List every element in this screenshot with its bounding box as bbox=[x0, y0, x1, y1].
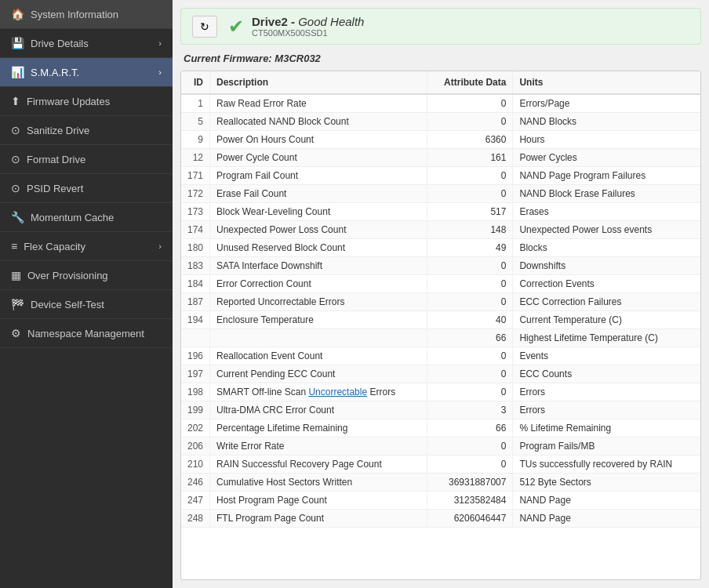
cell-description: Current Pending ECC Count bbox=[210, 365, 427, 383]
over-provisioning-icon: ▦ bbox=[11, 269, 21, 281]
drive-info: Drive2 - Good Health CT500MX500SSD1 bbox=[252, 15, 364, 38]
drive-details-icon: 💾 bbox=[11, 37, 24, 49]
cell-id: 248 bbox=[181, 510, 210, 528]
smart-table-container: ID Description Attribute Data Units 1Raw… bbox=[180, 71, 701, 580]
psid-revert-icon: ⊙ bbox=[11, 182, 20, 194]
cell-description: Write Error Rate bbox=[210, 437, 427, 456]
sidebar-item-device-self-test[interactable]: 🏁Device Self-Test bbox=[0, 290, 173, 319]
cell-attribute-data: 0 bbox=[427, 437, 513, 456]
table-row: 171Program Fail Count0NAND Page Program … bbox=[181, 167, 700, 185]
refresh-icon: ↻ bbox=[200, 20, 209, 33]
cell-attribute-data: 0 bbox=[427, 275, 513, 293]
cell-description-link[interactable]: Uncorrectable bbox=[308, 387, 367, 397]
table-row: 172Erase Fail Count0NAND Block Erase Fai… bbox=[181, 185, 700, 203]
table-row: 174Unexpected Power Loss Count148Unexpec… bbox=[181, 221, 700, 239]
format-drive-icon: ⊙ bbox=[11, 153, 20, 165]
cell-units: Power Cycles bbox=[513, 149, 700, 167]
table-row: 66Highest Lifetime Temperature (C) bbox=[181, 329, 700, 347]
cell-attribute-data: 6360 bbox=[427, 131, 513, 149]
sidebar-item-namespace-management[interactable]: ⚙Namespace Management bbox=[0, 319, 173, 348]
table-row: 199Ultra-DMA CRC Error Count3Errors bbox=[181, 401, 700, 419]
cell-attribute-data: 0 bbox=[427, 293, 513, 311]
table-row: 5Reallocated NAND Block Count0NAND Block… bbox=[181, 113, 700, 131]
refresh-button[interactable]: ↻ bbox=[192, 16, 217, 38]
cell-units: NAND Page Program Failures bbox=[513, 167, 700, 185]
cell-id: 196 bbox=[181, 347, 210, 365]
cell-description: Unexpected Power Loss Count bbox=[210, 221, 427, 239]
cell-units: Errors bbox=[513, 383, 700, 401]
cell-units: Events bbox=[513, 347, 700, 365]
cell-description: Cumulative Host Sectors Written bbox=[210, 474, 427, 492]
table-row: 247Host Program Page Count3123582484NAND… bbox=[181, 492, 700, 510]
cell-units: Correction Events bbox=[513, 275, 700, 293]
sidebar-item-label-drive-details: Drive Details bbox=[31, 38, 89, 49]
health-check-icon: ✔ bbox=[228, 16, 244, 38]
cell-description: Block Wear-Leveling Count bbox=[210, 203, 427, 221]
cell-attribute-data: 148 bbox=[427, 221, 513, 239]
sidebar-item-flex-capacity[interactable]: ≡Flex Capacity› bbox=[0, 232, 173, 261]
sidebar-item-momentum-cache[interactable]: 🔧Momentum Cache bbox=[0, 203, 173, 232]
sidebar-item-sanitize-drive[interactable]: ⊙Sanitize Drive bbox=[0, 116, 173, 145]
cell-description: Ultra-DMA CRC Error Count bbox=[210, 401, 427, 419]
table-row: 202Percentage Lifetime Remaining66% Life… bbox=[181, 419, 700, 437]
table-row: 184Error Correction Count0Correction Eve… bbox=[181, 275, 700, 293]
cell-attribute-data: 3 bbox=[427, 401, 513, 419]
cell-units: Downshifts bbox=[513, 257, 700, 275]
system-information-icon: 🏠 bbox=[11, 8, 24, 20]
sidebar-item-format-drive[interactable]: ⊙Format Drive bbox=[0, 145, 173, 174]
table-header-row: ID Description Attribute Data Units bbox=[181, 71, 700, 94]
cell-units: TUs successfully recovered by RAIN bbox=[513, 456, 700, 474]
cell-id: 174 bbox=[181, 221, 210, 239]
table-row: 173Block Wear-Leveling Count517Erases bbox=[181, 203, 700, 221]
cell-units: NAND Page bbox=[513, 510, 700, 528]
cell-units: NAND Blocks bbox=[513, 113, 700, 131]
sidebar-item-firmware-updates[interactable]: ⬆Firmware Updates bbox=[0, 87, 173, 116]
cell-attribute-data: 161 bbox=[427, 149, 513, 167]
sidebar-item-system-information[interactable]: 🏠System Information bbox=[0, 0, 173, 29]
firmware-updates-icon: ⬆ bbox=[11, 95, 20, 107]
cell-id: 9 bbox=[181, 131, 210, 149]
table-row: 1Raw Read Error Rate0Errors/Page bbox=[181, 94, 700, 113]
sidebar-item-label-flex-capacity: Flex Capacity bbox=[24, 241, 85, 252]
cell-description: Power On Hours Count bbox=[210, 131, 427, 149]
cell-units: Erases bbox=[513, 203, 700, 221]
sidebar-item-label-device-self-test: Device Self-Test bbox=[31, 299, 104, 310]
cell-id: 187 bbox=[181, 293, 210, 311]
cell-description: Power Cycle Count bbox=[210, 149, 427, 167]
cell-id: 206 bbox=[181, 437, 210, 456]
table-row: 12Power Cycle Count161Power Cycles bbox=[181, 149, 700, 167]
cell-description: Unused Reserved Block Count bbox=[210, 239, 427, 257]
cell-attribute-data: 36931887007 bbox=[427, 474, 513, 492]
sidebar-item-drive-details[interactable]: 💾Drive Details› bbox=[0, 29, 173, 58]
cell-id: 202 bbox=[181, 419, 210, 437]
cell-units: NAND Block Erase Failures bbox=[513, 185, 700, 203]
drive-name: Drive2 - Good Health bbox=[252, 15, 364, 28]
cell-attribute-data: 66 bbox=[427, 329, 513, 347]
table-row: 197Current Pending ECC Count0ECC Counts bbox=[181, 365, 700, 383]
cell-attribute-data: 0 bbox=[427, 167, 513, 185]
sidebar-item-psid-revert[interactable]: ⊙PSID Revert bbox=[0, 174, 173, 203]
table-row: 198SMART Off-line Scan Uncorrectable Err… bbox=[181, 383, 700, 401]
cell-attribute-data: 0 bbox=[427, 383, 513, 401]
cell-units: ECC Counts bbox=[513, 365, 700, 383]
sanitize-drive-icon: ⊙ bbox=[11, 124, 20, 136]
table-row: 206Write Error Rate0Program Fails/MB bbox=[181, 437, 700, 456]
cell-description: SMART Off-line Scan Uncorrectable Errors bbox=[210, 383, 427, 401]
cell-description: Enclosure Temperature bbox=[210, 311, 427, 329]
cell-description bbox=[210, 329, 427, 347]
cell-id: 210 bbox=[181, 456, 210, 474]
sidebar-item-over-provisioning[interactable]: ▦Over Provisioning bbox=[0, 261, 173, 290]
cell-attribute-data: 517 bbox=[427, 203, 513, 221]
momentum-cache-icon: 🔧 bbox=[11, 211, 24, 223]
cell-description: SATA Interface Downshift bbox=[210, 257, 427, 275]
cell-attribute-data: 0 bbox=[427, 347, 513, 365]
cell-description: Error Correction Count bbox=[210, 275, 427, 293]
sidebar: 🏠System Information💾Drive Details›📊S.M.A… bbox=[0, 0, 173, 588]
cell-id: 183 bbox=[181, 257, 210, 275]
sidebar-item-smart[interactable]: 📊S.M.A.R.T.› bbox=[0, 58, 173, 87]
smart-icon: 📊 bbox=[11, 66, 24, 78]
col-header-units: Units bbox=[513, 71, 700, 94]
col-header-attribute-data: Attribute Data bbox=[427, 71, 513, 94]
sidebar-item-label-over-provisioning: Over Provisioning bbox=[27, 270, 108, 281]
cell-description: FTL Program Page Count bbox=[210, 510, 427, 528]
